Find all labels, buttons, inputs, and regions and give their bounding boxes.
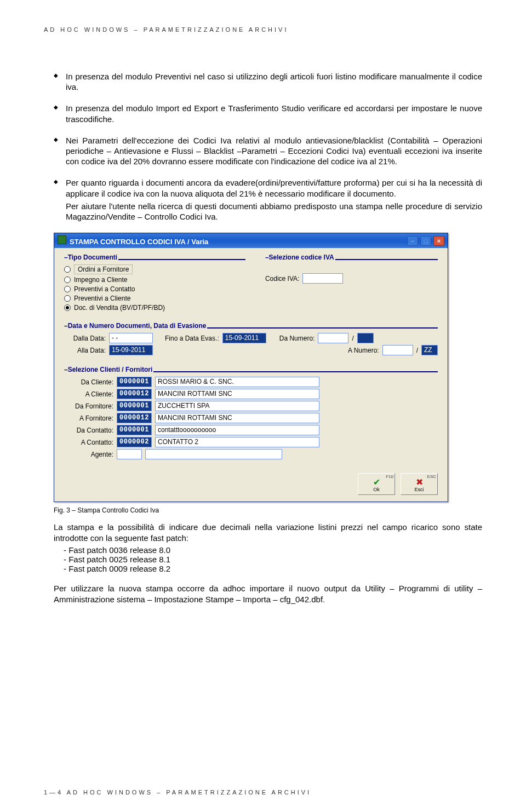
button-label: Ok — [373, 487, 380, 492]
radio-label: Preventivi a Contatto — [74, 285, 135, 293]
fino-data-evas-input[interactable]: 15-09-2011 — [222, 333, 266, 343]
da-contatto-code[interactable]: 0000001 — [117, 425, 152, 435]
ok-button[interactable]: F10 ✔ Ok — [358, 473, 395, 495]
close-x-icon: ✖ — [416, 478, 423, 487]
label-codice-iva: Codice IVA: — [265, 275, 299, 283]
hotkey-label: ESC — [427, 474, 436, 479]
radio-doc-vendita[interactable] — [64, 304, 71, 311]
da-cliente-name[interactable]: ROSSI MARIO & C. SNC. — [155, 377, 319, 387]
radio-preventivi-cliente[interactable] — [64, 295, 71, 302]
da-fornitore-name[interactable]: ZUCCHETTI SPA — [155, 401, 319, 411]
da-cliente-code[interactable]: 0000001 — [117, 377, 152, 387]
agente-code[interactable] — [117, 449, 142, 459]
a-cliente-name[interactable]: MANCINI ROTTAMI SNC — [155, 389, 319, 399]
list-item: Fast patch 0009 release 8.2 — [64, 564, 482, 573]
da-contatto-name[interactable]: contatttoooooooooo — [155, 425, 319, 435]
radio-label: Impegno a Cliente — [74, 276, 127, 284]
bullet-item: In presenza del modulo Preventivi nel ca… — [54, 71, 482, 92]
label-alla-data: Alla Data: — [64, 347, 106, 354]
da-fornitore-code[interactable]: 0000001 — [117, 401, 152, 411]
list-item: Fast patch 0036 release 8.0 — [64, 545, 482, 555]
a-cliente-code[interactable]: 0000012 — [117, 389, 152, 399]
bullet-item: Nei Parametri dell'eccezione dei Codici … — [54, 135, 482, 167]
label-da-cliente: Da Cliente: — [64, 378, 113, 386]
bullet-item: Per quanto riguarda i documenti ancora d… — [54, 177, 482, 222]
dialog-titlebar: STAMPA CONTROLLO CODICI IVA / Varia – □ … — [54, 233, 448, 248]
page-footer: 1—4 AD HOC WINDOWS – PARAMETRIZZAZIONE A… — [44, 789, 311, 796]
dalla-data-input[interactable]: - - — [109, 333, 153, 343]
radio-label: Preventivi a Cliente — [74, 295, 130, 302]
label-da-numero: Da Numero: — [279, 335, 315, 342]
label-da-contatto: Da Contatto: — [64, 427, 113, 434]
fastpatch-list: Fast patch 0036 release 8.0 Fast patch 0… — [64, 545, 482, 573]
label-agente: Agente: — [64, 451, 113, 458]
paragraph: La stampa e la possibilità di indicare d… — [54, 522, 482, 543]
a-fornitore-code[interactable]: 0000012 — [117, 413, 152, 423]
label-a-cliente: A Cliente: — [64, 390, 113, 398]
paragraph: Per utilizzare la nuova stampa occorre d… — [54, 583, 482, 604]
app-icon — [58, 235, 66, 244]
radio-impegno-cliente[interactable] — [64, 277, 71, 283]
slash: / — [416, 347, 418, 354]
a-fornitore-name[interactable]: MANCINI ROTTAMI SNC — [155, 413, 319, 423]
page-header: AD HOC WINDOWS – PARAMETRIZZAZIONE ARCHI… — [44, 26, 482, 33]
bullet-item: In presenza del modulo Import ed Export … — [54, 103, 482, 124]
a-numero-suffix[interactable]: ZZ — [421, 345, 438, 355]
label-a-contatto: A Contatto: — [64, 439, 113, 446]
da-numero-suffix[interactable] — [357, 333, 374, 343]
figure-caption: Fig. 3 – Stampa Controllo Codici Iva — [54, 506, 482, 514]
radio-label: Ordini a Fornitore — [74, 264, 133, 274]
minimize-icon[interactable]: – — [407, 236, 418, 246]
codice-iva-input[interactable] — [302, 273, 343, 284]
a-contatto-code[interactable]: 0000002 — [117, 437, 152, 447]
radio-preventivi-contatto[interactable] — [64, 286, 71, 292]
da-numero-input[interactable] — [318, 333, 348, 343]
radio-label: Doc. di Vendita (BV/DT/PF/BD) — [74, 304, 165, 312]
group-data-numero: –Data e Numero Documenti, Data di Evasio… — [64, 322, 206, 330]
radio-ordini-fornitore[interactable] — [64, 266, 71, 273]
slash: / — [352, 335, 353, 342]
hotkey-label: F10 — [386, 474, 393, 479]
dialog-title-text: STAMPA CONTROLLO CODICI IVA / Varia — [70, 238, 208, 246]
group-sel-cli-for: –Selezione Clienti / Fornitori — [64, 366, 152, 373]
agente-name[interactable] — [145, 449, 282, 459]
button-label: Esci — [414, 487, 424, 492]
dialog-stampa-controllo: STAMPA CONTROLLO CODICI IVA / Varia – □ … — [54, 233, 448, 502]
label-a-numero: A Numero: — [348, 347, 379, 354]
group-selezione-iva: –Selezione codice IVA — [265, 254, 334, 261]
list-item: Fast patch 0025 release 8.1 — [64, 555, 482, 564]
alla-data-input[interactable]: 15-09-2011 — [109, 345, 153, 355]
bullet-list: In presenza del modulo Preventivi nel ca… — [54, 71, 482, 222]
label-dalla-data: Dalla Data: — [64, 335, 106, 342]
check-icon: ✔ — [373, 478, 380, 487]
bullet-subpara: Per aiutare l'utente nella ricerca di qu… — [66, 201, 482, 222]
label-a-fornitore: A Fornitore: — [64, 414, 113, 422]
label-da-fornitore: Da Fornitore: — [64, 402, 113, 410]
maximize-icon[interactable]: □ — [420, 236, 431, 246]
esci-button[interactable]: ESC ✖ Esci — [401, 473, 438, 495]
label-fino-data-evas: Fino a Data Evas.: — [165, 335, 219, 342]
close-icon[interactable]: × — [433, 236, 444, 246]
a-numero-input[interactable] — [382, 345, 413, 355]
a-contatto-name[interactable]: CONTATTO 2 — [155, 437, 319, 447]
bullet-text: Per quanto riguarda i documenti ancora d… — [66, 178, 482, 198]
group-tipo-documenti: –Tipo Documenti — [64, 254, 117, 261]
